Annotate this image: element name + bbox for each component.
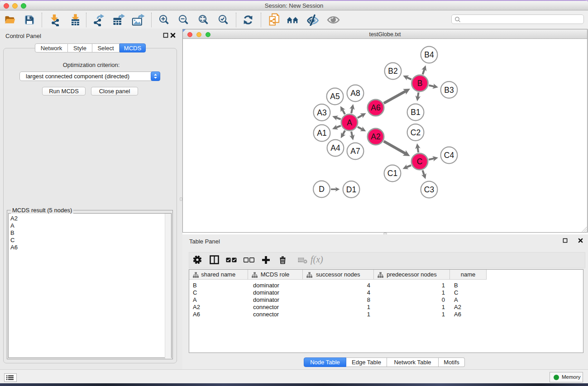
svg-text:C: C — [417, 157, 423, 166]
svg-text:A2: A2 — [371, 132, 380, 141]
svg-text:A5: A5 — [330, 92, 339, 101]
svg-text:A8: A8 — [350, 89, 360, 98]
svg-text:B: B — [417, 79, 423, 88]
svg-text:C3: C3 — [424, 185, 434, 194]
svg-text:D1: D1 — [346, 185, 356, 194]
svg-text:A7: A7 — [350, 147, 360, 156]
svg-text:C1: C1 — [387, 169, 397, 178]
svg-text:C2: C2 — [411, 128, 421, 137]
svg-text:D: D — [319, 185, 325, 194]
svg-text:A: A — [347, 118, 352, 127]
svg-text:B1: B1 — [411, 108, 420, 117]
svg-text:A3: A3 — [317, 108, 326, 117]
svg-text:B2: B2 — [388, 67, 397, 76]
svg-text:B3: B3 — [444, 86, 454, 95]
svg-text:A1: A1 — [317, 129, 326, 138]
svg-text:A4: A4 — [330, 143, 340, 152]
svg-text:B4: B4 — [424, 50, 434, 59]
svg-text:C4: C4 — [444, 151, 454, 160]
svg-text:A6: A6 — [371, 103, 380, 112]
